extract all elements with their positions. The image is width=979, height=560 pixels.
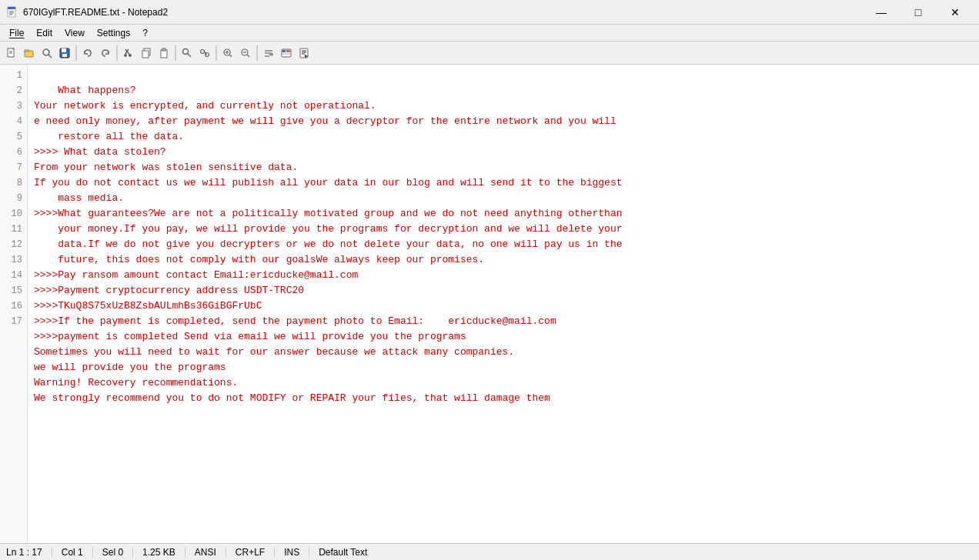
status-encoding: ANSI xyxy=(195,547,226,558)
line-number-11: 11 xyxy=(12,222,22,237)
editor-line-10: >>>>What guarantees?We are not a politic… xyxy=(34,206,973,222)
window-title: 670IGylFT.README.txt - Notepad2 xyxy=(23,7,864,18)
wrap-button[interactable] xyxy=(260,45,277,62)
menu-item-edit[interactable]: Edit xyxy=(30,26,58,40)
line-number-5: 5 xyxy=(17,129,22,145)
editor-line-18: >>>>payment is completed Send via email … xyxy=(34,329,973,345)
browse-button[interactable] xyxy=(38,45,55,62)
editor-line-21: Warning! Recovery recommendations. xyxy=(34,375,973,391)
menu-item-file[interactable]: File xyxy=(3,26,30,40)
svg-line-32 xyxy=(247,55,249,57)
run-button[interactable] xyxy=(296,45,312,62)
editor-line-15: >>>>Payment cryptocurrency address USDT-… xyxy=(34,283,973,298)
minimize-button[interactable]: — xyxy=(864,0,899,25)
paste-button[interactable] xyxy=(155,45,172,62)
editor-line-5: restore all the data. xyxy=(34,129,973,145)
close-button[interactable]: ✕ xyxy=(937,0,973,25)
svg-rect-20 xyxy=(142,51,149,58)
line-number-13: 13 xyxy=(12,252,22,268)
line-number-15: 15 xyxy=(12,283,22,298)
editor-line-9: mass media. xyxy=(34,191,973,206)
window-controls: — □ ✕ xyxy=(864,0,973,25)
svg-rect-9 xyxy=(25,50,28,52)
editor-line-16: >>>>TKuQ8S75xUzB8ZsbAULmhBs36GiBGFrUbC xyxy=(34,298,973,314)
editor-line-17: >>>>If the payment is completed, send th… xyxy=(34,314,973,329)
editor-line-13: future, this does not comply with our go… xyxy=(34,252,973,268)
copy-button[interactable] xyxy=(138,45,155,62)
line-number-9: 9 xyxy=(17,191,22,206)
svg-rect-39 xyxy=(286,50,290,52)
editor-line-3: Your network is encrypted, and currently… xyxy=(34,98,973,114)
new-button[interactable] xyxy=(3,45,20,62)
line-numbers: 1234567891011121314151617 xyxy=(0,65,28,543)
svg-rect-13 xyxy=(62,48,66,52)
editor-line-2: What happens? xyxy=(34,83,973,98)
line-number-17: 17 xyxy=(12,314,22,329)
status-size: 1.25 KB xyxy=(142,547,185,558)
svg-point-25 xyxy=(201,49,205,53)
editor-content[interactable]: What happens?Your network is encrypted, … xyxy=(28,65,979,543)
editor-line-1 xyxy=(34,68,973,83)
svg-rect-38 xyxy=(282,50,286,52)
line-number-16: 16 xyxy=(12,298,22,314)
schema-button[interactable] xyxy=(278,45,295,62)
redo-button[interactable] xyxy=(97,45,114,62)
svg-point-10 xyxy=(43,49,49,55)
status-bar: Ln 1 : 17 Col 1 Sel 0 1.25 KB ANSI CR+LF… xyxy=(0,543,979,560)
editor-line-14: >>>>Pay ransom amount contact Email:eric… xyxy=(34,268,973,283)
svg-line-28 xyxy=(229,55,232,57)
open-button[interactable] xyxy=(21,45,38,62)
line-number-12: 12 xyxy=(12,237,22,252)
zoomout-button[interactable] xyxy=(237,45,254,62)
line-number-2: 2 xyxy=(17,83,22,98)
maximize-button[interactable]: □ xyxy=(900,0,936,25)
menu-item-?[interactable]: ? xyxy=(136,26,154,40)
editor-line-12: data.If we do not give you decrypters or… xyxy=(34,237,973,252)
line-number-6: 6 xyxy=(17,145,22,160)
status-col: Col 1 xyxy=(62,547,93,558)
line-number-1: 1 xyxy=(17,68,22,83)
line-number-3: 3 xyxy=(17,98,22,114)
line-number-14: 14 xyxy=(12,268,22,283)
status-position: Ln 1 : 17 xyxy=(6,547,52,558)
line-number-7: 7 xyxy=(17,160,22,175)
svg-rect-1 xyxy=(8,7,15,9)
editor-line-8: If you do not contact us we will publish… xyxy=(34,175,973,191)
menu-bar: FileEditViewSettings? xyxy=(0,25,979,42)
line-number-8: 8 xyxy=(17,175,22,191)
svg-rect-22 xyxy=(162,48,165,51)
undo-button[interactable] xyxy=(79,45,96,62)
replace-button[interactable] xyxy=(196,45,213,62)
svg-rect-14 xyxy=(62,54,67,57)
svg-point-23 xyxy=(183,48,189,54)
editor-container: 1234567891011121314151617 What happens?Y… xyxy=(0,65,979,543)
title-bar: 670IGylFT.README.txt - Notepad2 — □ ✕ xyxy=(0,0,979,25)
editor-line-19: Sometimes you will need to wait for our … xyxy=(34,345,973,360)
editor-line-11: your money.If you pay, we will provide y… xyxy=(34,222,973,237)
save-button[interactable] xyxy=(56,45,73,62)
svg-point-17 xyxy=(124,54,127,57)
line-number-4: 4 xyxy=(17,114,22,129)
svg-line-24 xyxy=(188,53,192,57)
svg-line-11 xyxy=(48,55,52,58)
menu-item-settings[interactable]: Settings xyxy=(91,26,136,40)
status-line-ending: CR+LF xyxy=(236,547,275,558)
find-button[interactable] xyxy=(179,45,195,62)
status-sel: Sel 0 xyxy=(102,547,133,558)
status-scheme: Default Text xyxy=(319,547,376,558)
editor-line-6: >>>> What data stolen? xyxy=(34,145,973,160)
menu-item-view[interactable]: View xyxy=(58,26,91,40)
editor-line-20: we will provide you the programs xyxy=(34,360,973,375)
toolbar xyxy=(0,42,979,65)
editor-line-4: e need only money, after payment we will… xyxy=(34,114,973,129)
app-icon xyxy=(6,6,18,18)
status-ins: INS xyxy=(284,547,309,558)
cut-button[interactable] xyxy=(120,45,137,62)
editor-line-22: We strongly recommend you to do not MODI… xyxy=(34,391,973,406)
line-number-10: 10 xyxy=(12,206,22,222)
editor-line-7: From your network was stolen sensitive d… xyxy=(34,160,973,175)
zoomin-button[interactable] xyxy=(219,45,236,62)
svg-point-18 xyxy=(129,54,132,57)
